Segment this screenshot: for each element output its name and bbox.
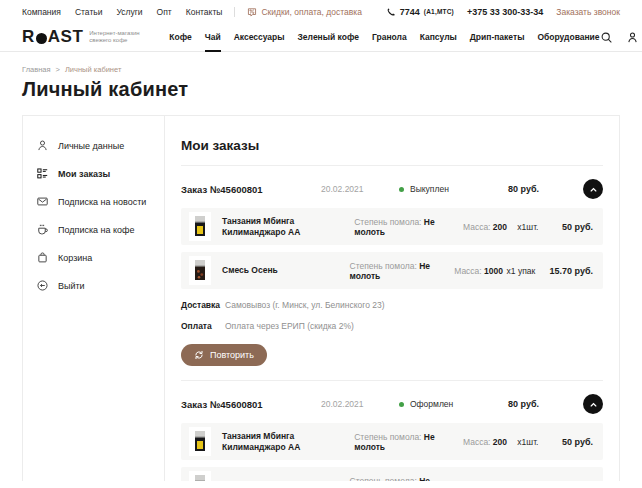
phone-short[interactable]: 7744 (А1,МТС) — [386, 7, 454, 17]
mass-value: 200 — [493, 437, 507, 447]
order-status: Выкуплен — [399, 184, 508, 194]
repeat-order-button[interactable]: Повторить — [181, 344, 267, 366]
sidebar-item-личные-данные[interactable]: Личные данные — [36, 139, 156, 152]
topbar-right: 7744 (А1,МТС) +375 33 300-33-34 Заказать… — [386, 7, 620, 17]
logo-dot-icon — [36, 33, 47, 44]
phone-full[interactable]: +375 33 300-33-34 — [467, 7, 543, 17]
order-date: 20.02.2021 — [321, 399, 399, 409]
logo-subtitle: Интернет-магазин свежего кофе — [89, 30, 143, 45]
menu-item-чай[interactable]: Чай — [205, 32, 221, 42]
grind-value: Не молоть — [354, 432, 434, 452]
menu-item-гранола[interactable]: Гранола — [372, 32, 407, 42]
product-mass: Масса: 1000 — [454, 481, 506, 482]
product-thumbnail — [189, 471, 211, 481]
breadcrumb: Главная > Личный кабинет — [0, 52, 642, 78]
repeat-label: Повторить — [210, 350, 254, 360]
breadcrumb-current: Личный кабинет — [65, 65, 121, 74]
logout-icon — [36, 279, 49, 292]
sidebar-item-корзина[interactable]: Корзина — [36, 251, 156, 264]
order-items: Танзания Мбинга Килиманджаро ААСтепень п… — [181, 423, 603, 481]
product-name: Смесь Осень — [222, 265, 350, 275]
order-total: 80 руб. — [508, 184, 539, 194]
product-mass: Масса: 200 — [463, 437, 517, 447]
cup-icon — [36, 223, 49, 236]
topbar-divider — [234, 7, 235, 17]
menu-item-зеленый-кофе[interactable]: Зеленый кофе — [298, 32, 359, 42]
grind-value: Не молоть — [350, 261, 430, 281]
collapse-order-button[interactable] — [583, 179, 603, 199]
menu-item-капсулы[interactable]: Капсулы — [420, 32, 457, 42]
payment-label: Оплата — [181, 321, 225, 331]
main-menu: КофеЧайАксессуарыЗеленый кофеГранолаКапс… — [169, 32, 599, 42]
product-name: Танзания Мбинга Килиманджаро АА — [222, 216, 354, 236]
status-dot-icon — [399, 187, 404, 192]
topbar-link-0[interactable]: Компания — [22, 7, 61, 17]
sidebar-item-выйти[interactable]: Выйти — [36, 279, 156, 292]
orders-title: Мои заказы — [181, 138, 603, 166]
product-grind: Степень помола: Не молоть — [354, 217, 463, 237]
promo-label: Скидки, оплата, доставка — [261, 7, 361, 17]
callback-link[interactable]: Заказать звонок — [556, 7, 620, 17]
menu-item-дрип-пакеты[interactable]: Дрип-пакеты — [470, 32, 525, 42]
grind-value: Не молоть — [354, 217, 434, 237]
order-total: 80 руб. — [508, 399, 539, 409]
product-qty: х1 упак — [507, 266, 550, 276]
mass-value: 200 — [493, 222, 507, 232]
mass-value: 1000 — [484, 266, 503, 276]
product-name: Танзания Мбинга Килиманджаро АА — [222, 431, 354, 451]
sidebar-item-label: Выйти — [58, 281, 85, 291]
phone-operators: (А1,МТС) — [424, 8, 454, 15]
logo[interactable]: RAST Интернет-магазин свежего кофе — [22, 27, 143, 47]
payment-row: ОплатаОплата через ЕРИП (скидка 2%) — [181, 321, 603, 331]
product-mass: Масса: 1000 — [454, 266, 506, 276]
orders-content: Мои заказы Заказ №4560080120.02.2021Выку… — [165, 116, 619, 481]
order-block: Заказ №4560080120.02.2021Выкуплен80 руб.… — [181, 166, 603, 380]
delivery-label: Доставка — [181, 300, 225, 310]
topbar-link-4[interactable]: Контакты — [186, 7, 223, 17]
product-price: 15.70 руб. — [550, 481, 593, 482]
status-label: Выкуплен — [410, 184, 449, 194]
menu-item-кофе[interactable]: Кофе — [169, 32, 191, 42]
order-block: Заказ №4560080120.02.2021Оформлен80 руб.… — [181, 380, 603, 481]
product-thumbnail — [189, 256, 211, 285]
sidebar-item-label: Подписка на кофе — [58, 225, 135, 235]
order-date: 20.02.2021 — [321, 184, 399, 194]
order-item-row: Танзания Мбинга Килиманджаро ААСтепень п… — [181, 423, 603, 460]
menu-item-аксессуары[interactable]: Аксессуары — [234, 32, 285, 42]
delivery-row: ДоставкаСамовывоз (г. Минск, ул. Белинск… — [181, 300, 603, 310]
topbar: КомпанияСтатьиУслугиОптКонтакты Скидки, … — [0, 0, 642, 23]
orders-icon — [36, 167, 49, 180]
product-mass: Масса: 200 — [463, 222, 517, 232]
user-icon — [36, 139, 49, 152]
topbar-link-2[interactable]: Услуги — [116, 7, 142, 17]
order-number: Заказ №45600801 — [181, 399, 321, 410]
user-icon[interactable] — [626, 31, 639, 44]
order-header: Заказ №4560080120.02.2021Оформлен80 руб. — [181, 394, 603, 414]
collapse-order-button[interactable] — [583, 394, 603, 414]
sidebar-item-label: Подписка на новости — [58, 197, 146, 207]
product-grind: Степень помола: Не молоть — [354, 432, 463, 452]
menu-item-оборудование[interactable]: Оборудование — [537, 32, 599, 42]
bag-icon — [36, 251, 49, 264]
order-status: Оформлен — [399, 399, 508, 409]
sidebar-item-мои-заказы[interactable]: Мои заказы — [36, 167, 156, 180]
sidebar-item-подписка-на-новости[interactable]: Подписка на новости — [36, 195, 156, 208]
delivery-value: Самовывоз (г. Минск, ул. Белинского 23) — [225, 300, 385, 310]
product-name: Смесь Осень — [222, 480, 350, 481]
page-title: Личный кабинет — [0, 78, 642, 115]
product-qty: х1шт. — [517, 222, 562, 232]
order-item-row: Смесь ОсеньСтепень помола: Не молотьМасс… — [181, 252, 603, 289]
sidebar-item-подписка-на-кофе[interactable]: Подписка на кофе — [36, 223, 156, 236]
status-dot-icon — [399, 402, 404, 407]
breadcrumb-home[interactable]: Главная — [22, 65, 51, 74]
account-panel: Личные данныеМои заказыПодписка на новос… — [22, 115, 620, 481]
topbar-link-1[interactable]: Статьи — [75, 7, 103, 17]
product-price: 15.70 руб. — [550, 266, 593, 276]
mail-icon — [36, 195, 49, 208]
topbar-link-3[interactable]: Опт — [157, 7, 172, 17]
order-items: Танзания Мбинга Килиманджаро ААСтепень п… — [181, 208, 603, 289]
promo-link[interactable]: Скидки, оплата, доставка — [247, 7, 361, 17]
search-icon[interactable] — [600, 31, 613, 44]
phone-short-number: 7744 — [400, 7, 420, 17]
mass-value: 1000 — [484, 481, 503, 482]
